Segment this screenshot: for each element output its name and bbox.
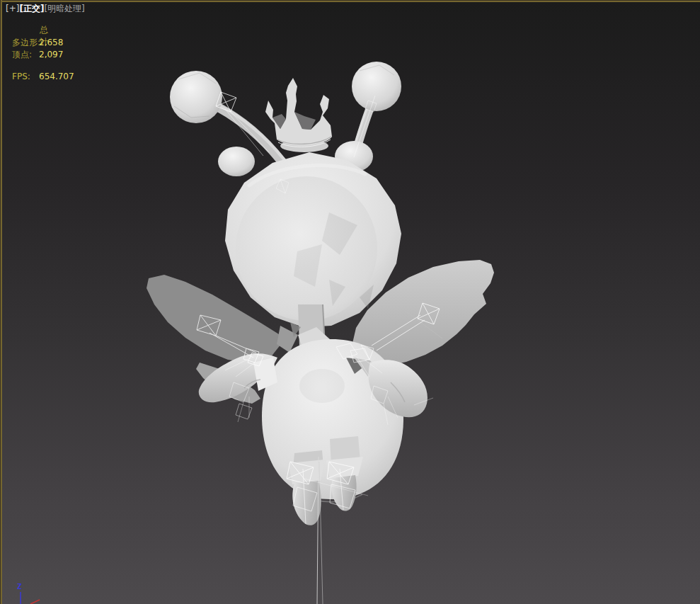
viewport-menu-general[interactable]: [+] (6, 4, 19, 13)
stats-row-polygons: 多边形: 2,658 (12, 37, 40, 49)
stats-value: 2,658 (39, 37, 63, 49)
viewport-canvas[interactable]: Z [+][正交][明暗处理] 总计 多边形: 2,658 顶点: 2,097 … (0, 0, 700, 604)
fps-value: 654.707 (39, 71, 74, 83)
viewport-menu-shading[interactable]: [明暗处理] (44, 4, 84, 13)
viewport-scene[interactable]: Z (0, 0, 700, 604)
stats-label: 顶点: (12, 50, 32, 59)
stats-value: 2,097 (39, 49, 63, 61)
viewport-menu-pov[interactable]: [正交] (19, 4, 44, 13)
stats-row-fps: FPS: 654.707 (12, 71, 30, 83)
antenna-ball-left[interactable] (170, 71, 222, 123)
stats-row-vertices: 顶点: 2,097 (12, 49, 32, 61)
ear-left[interactable] (218, 147, 255, 176)
viewport-menu: [+][正交][明暗处理] (6, 4, 85, 13)
axis-z-label: Z (17, 582, 22, 591)
fps-label: FPS: (12, 72, 30, 81)
stats-label: 多边形: (12, 38, 40, 47)
